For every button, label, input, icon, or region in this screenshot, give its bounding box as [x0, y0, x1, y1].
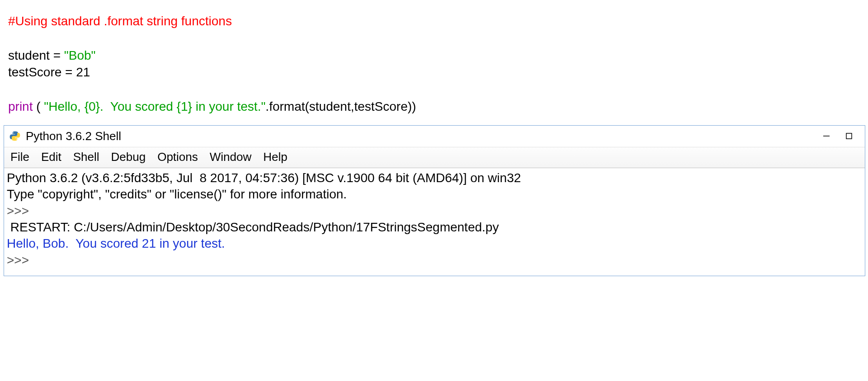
titlebar[interactable]: Python 3.6.2 Shell — [4, 126, 865, 147]
python-icon — [9, 130, 21, 142]
shell-prompt-2: >>> — [7, 253, 33, 267]
shell-window: Python 3.6.2 Shell File Edit Shell Debug… — [4, 125, 865, 276]
menu-window[interactable]: Window — [210, 150, 251, 164]
code-assign-21: = 21 — [61, 65, 90, 79]
menu-debug[interactable]: Debug — [111, 150, 146, 164]
code-comment: #Using standard .format string functions — [8, 14, 232, 28]
shell-banner-2: Type "copyright", "credits" or "license(… — [7, 187, 347, 201]
code-content[interactable]: #Using standard .format string functions… — [8, 13, 860, 115]
maximize-button[interactable] — [838, 129, 860, 143]
code-keyword-print: print — [8, 99, 33, 113]
menu-edit[interactable]: Edit — [41, 150, 61, 164]
menu-shell[interactable]: Shell — [73, 150, 99, 164]
menubar: File Edit Shell Debug Options Window Hel… — [4, 147, 865, 168]
svg-rect-4 — [846, 133, 852, 139]
shell-prompt: >>> — [7, 204, 33, 218]
code-format-call: .format(student,testScore)) — [265, 99, 416, 113]
code-ident-student: student — [8, 48, 50, 62]
code-string-format: "Hello, {0}. You scored {1} in your test… — [44, 99, 265, 113]
menu-options[interactable]: Options — [157, 150, 198, 164]
shell-output-area[interactable]: Python 3.6.2 (v3.6.2:5fd33b5, Jul 8 2017… — [4, 168, 865, 276]
shell-restart: RESTART: C:/Users/Admin/Desktop/30Second… — [7, 220, 502, 234]
minimize-button[interactable] — [815, 129, 838, 143]
svg-point-2 — [16, 139, 17, 140]
shell-output: Hello, Bob. You scored 21 in your test. — [7, 236, 225, 250]
window-title: Python 3.6.2 Shell — [26, 129, 815, 143]
code-editor[interactable]: #Using standard .format string functions… — [0, 0, 868, 121]
code-paren-open: ( — [33, 99, 44, 113]
svg-point-1 — [13, 132, 14, 133]
shell-banner-1: Python 3.6.2 (v3.6.2:5fd33b5, Jul 8 2017… — [7, 171, 521, 185]
menu-help[interactable]: Help — [263, 150, 287, 164]
code-assign: = — [50, 48, 64, 62]
menu-file[interactable]: File — [10, 150, 29, 164]
code-string-bob: "Bob" — [64, 48, 96, 62]
code-ident-testscore: testScore — [8, 65, 61, 79]
